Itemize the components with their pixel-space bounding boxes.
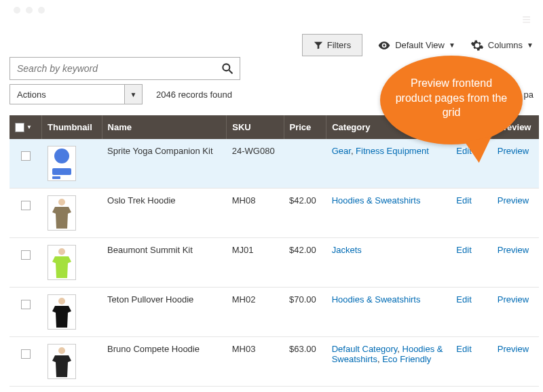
product-thumbnail[interactable] <box>48 294 76 330</box>
category-link[interactable]: Fitness Equipment <box>356 146 429 156</box>
row-checkbox[interactable] <box>21 151 31 161</box>
product-name: Sprite Yoga Companion Kit <box>102 139 227 189</box>
product-thumbnail[interactable] <box>48 245 76 280</box>
svg-point-6 <box>58 248 65 255</box>
preview-link[interactable]: Preview <box>498 344 529 354</box>
product-name: Teton Pullover Hoodie <box>102 288 227 337</box>
category-link[interactable]: Gear <box>332 146 351 156</box>
select-all-checkbox[interactable] <box>15 123 24 132</box>
edit-link[interactable]: Edit <box>456 195 471 205</box>
category-link[interactable]: Hoodies & Sweatshirts <box>332 294 421 305</box>
filters-button[interactable]: Filters <box>302 34 362 56</box>
chevron-down-icon: ▼ <box>130 91 137 98</box>
col-header-price[interactable]: Price <box>284 115 326 139</box>
table-row: Beaumont Summit Kit MJ01 $42.00 Jackets … <box>10 238 539 288</box>
hamburger-icon[interactable]: ≡ <box>522 12 531 27</box>
columns-label: Columns <box>488 40 523 50</box>
product-categories: Gear, Fitness Equipment <box>326 139 451 189</box>
search-input[interactable] <box>10 63 215 74</box>
table-row: Oslo Trek Hoodie MH08 $42.00 Hoodies & S… <box>10 189 539 238</box>
col-header-sku[interactable]: SKU <box>227 115 284 139</box>
category-link[interactable]: Hoodies & Sweatshirts <box>332 195 421 205</box>
default-view-label: Default View <box>395 40 445 50</box>
category-link[interactable]: Jackets <box>332 245 362 255</box>
callout-bubble: Preview frontend product pages from the … <box>380 56 523 144</box>
row-checkbox[interactable] <box>21 300 31 309</box>
product-sku: MH02 <box>227 288 284 337</box>
default-view-dropdown[interactable]: Default View ▼ <box>377 39 455 52</box>
row-checkbox[interactable] <box>21 201 31 210</box>
search-input-wrap <box>10 57 240 80</box>
product-categories: Hoodies & Sweatshirts <box>326 189 451 238</box>
product-price <box>284 139 326 189</box>
preview-link[interactable]: Preview <box>498 195 529 205</box>
product-price: $63.00 <box>284 337 326 387</box>
category-link[interactable]: Default Category <box>332 344 398 354</box>
product-sku: MH08 <box>227 189 284 238</box>
table-row: Teton Pullover Hoodie MH02 $70.00 Hoodie… <box>10 288 539 337</box>
actions-caret[interactable]: ▼ <box>125 84 143 104</box>
callout-text: Preview frontend product pages from the … <box>395 76 508 120</box>
product-name: Oslo Trek Hoodie <box>102 189 227 238</box>
col-header-checkbox[interactable]: ▼ <box>10 115 42 139</box>
chevron-down-icon: ▼ <box>26 124 32 130</box>
funnel-icon <box>314 41 323 50</box>
preview-link[interactable]: Preview <box>498 146 529 156</box>
preview-link[interactable]: Preview <box>498 245 529 255</box>
eye-icon <box>377 39 391 52</box>
product-price: $70.00 <box>284 288 326 337</box>
product-name: Bruno Compete Hoodie <box>102 337 227 387</box>
filters-label: Filters <box>327 40 351 50</box>
product-thumbnail[interactable] <box>48 344 76 379</box>
actions-dropdown[interactable]: Actions ▼ <box>10 84 143 104</box>
col-header-name[interactable]: Name <box>102 115 227 139</box>
product-categories: Jackets <box>326 238 451 288</box>
category-link[interactable]: Eco Friendly <box>382 354 431 364</box>
svg-rect-4 <box>52 176 60 179</box>
edit-link[interactable]: Edit <box>456 245 471 255</box>
search-icon <box>221 62 234 75</box>
svg-point-2 <box>54 149 69 163</box>
preview-link[interactable]: Preview <box>498 294 529 305</box>
svg-point-7 <box>58 298 65 305</box>
chevron-down-icon: ▼ <box>449 41 455 49</box>
toolbar: Filters Default View ▼ Columns ▼ <box>302 34 533 56</box>
svg-line-1 <box>229 71 233 74</box>
product-price: $42.00 <box>284 238 326 288</box>
svg-point-8 <box>58 347 65 354</box>
columns-dropdown[interactable]: Columns ▼ <box>470 39 533 52</box>
edit-link[interactable]: Edit <box>456 294 471 305</box>
row-checkbox[interactable] <box>21 250 31 260</box>
product-sku: MH03 <box>227 337 284 387</box>
table-row: Sprite Yoga Companion Kit 24-WG080 Gear,… <box>10 139 539 189</box>
svg-rect-3 <box>52 168 71 175</box>
window-dots <box>14 7 45 14</box>
edit-link[interactable]: Edit <box>456 344 471 354</box>
search-button[interactable] <box>215 58 240 79</box>
gear-icon <box>470 39 484 52</box>
product-price: $42.00 <box>284 189 326 238</box>
col-header-thumbnail[interactable]: Thumbnail <box>42 115 102 139</box>
table-row: Bruno Compete Hoodie MH03 $63.00 Default… <box>10 337 539 387</box>
product-thumbnail[interactable] <box>48 146 76 181</box>
svg-point-5 <box>58 199 65 205</box>
product-sku: 24-WG080 <box>227 139 284 189</box>
product-name: Beaumont Summit Kit <box>102 238 227 288</box>
actions-label: Actions <box>10 84 125 104</box>
chevron-down-icon: ▼ <box>527 41 533 49</box>
product-sku: MJ01 <box>227 238 284 288</box>
product-categories: Default Category, Hoodies & Sweatshirts,… <box>326 337 451 387</box>
product-thumbnail[interactable] <box>48 195 76 231</box>
records-found-text: 2046 records found <box>156 90 232 100</box>
svg-point-0 <box>223 64 229 71</box>
product-categories: Hoodies & Sweatshirts <box>326 288 451 337</box>
row-checkbox[interactable] <box>21 349 31 359</box>
products-grid: ▼ Thumbnail Name SKU Price Category A Pr… <box>10 115 539 387</box>
